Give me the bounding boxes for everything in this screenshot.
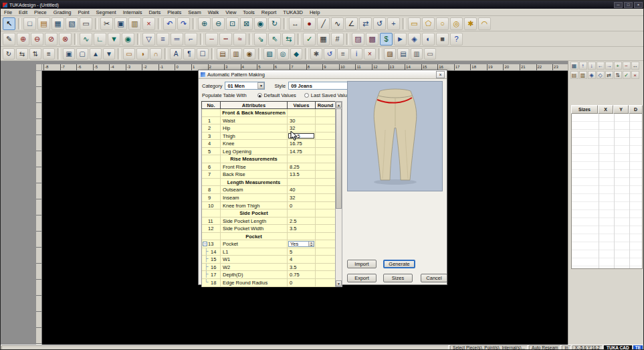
piece-list-icon[interactable]: ▦ [317,33,330,46]
send-back-icon[interactable]: ▼ [103,48,115,60]
label-tool-icon[interactable]: ¶ [183,48,195,60]
redraw-icon[interactable]: ↻ [268,17,281,30]
flip-horizontal-icon[interactable]: ⇆ [16,48,28,60]
row-round-cell[interactable] [316,217,335,226]
fabric-icon[interactable]: ▨ [352,33,364,46]
row-round-cell[interactable] [316,202,335,210]
add-point-icon[interactable]: ⊕ [17,33,29,46]
nest-sizes-icon[interactable]: ▤ [570,71,578,79]
notch-icon[interactable]: ▼ [108,33,120,46]
category-select[interactable]: 01 Men ▼ [225,82,265,90]
menu-help[interactable]: Help [306,9,323,16]
smooth-icon[interactable]: ∿ [80,33,92,46]
row-round-cell[interactable] [316,209,335,217]
style-select[interactable]: 09 Jeans ▼ [288,82,355,90]
line-tool-icon[interactable]: ╱ [317,17,330,30]
grade-down-icon[interactable]: ↓ [588,62,596,70]
texture-icon[interactable]: ▩ [366,33,379,46]
menu-darts[interactable]: Darts [145,9,164,16]
digitize-icon[interactable]: ◉ [243,48,255,60]
row-round-cell[interactable] [316,163,335,171]
value-dropdown[interactable]: Yes▴▾ [288,241,314,247]
print-pieces-icon[interactable]: ▭ [424,48,436,60]
flip-grade-icon[interactable]: ⇅ [614,71,622,79]
redo-icon[interactable]: ↷ [177,17,190,30]
send-3d-icon[interactable]: ► [394,33,407,46]
check-measure-icon[interactable]: ✓ [303,33,316,46]
concentric-circles-shape-icon[interactable]: ◎ [450,17,463,30]
size-list-icon[interactable]: ▥ [579,71,587,79]
undo-icon[interactable]: ↶ [163,17,176,30]
row-value-cell[interactable] [288,209,316,217]
menu-segment[interactable]: Segment [93,9,120,16]
stretch-icon[interactable]: ⇖ [268,33,281,46]
note-tool-icon[interactable]: ☐ [197,48,209,60]
export-button[interactable]: Export [347,274,377,282]
arc-shape-icon[interactable]: ◠ [478,17,491,30]
row-value-cell[interactable]: 13.5 [288,171,316,179]
scan-icon[interactable]: ▥ [230,48,242,60]
tree-collapse-icon[interactable]: − [203,242,207,246]
layers-icon[interactable]: ▧ [263,48,276,60]
status-unit[interactable]: in [562,345,570,350]
drill-hole-icon[interactable]: ◉ [122,33,134,46]
nest-icon[interactable]: ▨ [384,48,396,60]
new-icon[interactable]: □ [23,17,36,30]
generate-button[interactable]: Generate [383,260,415,268]
visibility-icon[interactable]: ◎ [277,48,289,60]
row-value-cell[interactable]: 5 [288,248,316,256]
angle-tool-icon[interactable]: ∠ [345,17,358,30]
row-round-cell[interactable] [316,194,335,202]
plot-icon[interactable]: ▤ [217,48,229,60]
dialog-close-button[interactable]: × [436,71,445,78]
row-value-cell[interactable]: 40 [288,186,316,194]
curve-tool-icon[interactable]: ∿ [331,17,344,30]
align-pieces-icon[interactable]: ≡ [43,48,55,60]
add-size-icon[interactable]: + [614,62,622,70]
row-value-cell[interactable]: 14.75 [288,148,316,156]
walk-pieces-icon[interactable]: ⇆ [282,33,295,46]
group-icon[interactable]: ▣ [63,48,75,60]
menu-tools[interactable]: Tools [239,9,258,16]
row-round-cell[interactable] [316,248,335,256]
seam-icon[interactable]: ═ [171,33,183,46]
cut-icon[interactable]: ✂ [100,17,113,30]
grade-up-icon[interactable]: ↑ [579,62,587,70]
menu-view[interactable]: View [222,9,239,16]
zoom-point-icon[interactable]: ◉ [254,17,267,30]
menu-edit[interactable]: Edit [15,9,31,16]
size-table-icon[interactable]: ▦ [570,62,578,70]
row-value-cell[interactable]: 0 [288,279,316,287]
menu-tuka3d[interactable]: TUKA3D [280,9,306,16]
lock-icon[interactable]: ■ [436,33,449,46]
row-round-cell[interactable] [316,133,335,141]
menu-walk[interactable]: Walk [205,9,222,16]
status-mode[interactable]: Auto Reseam [529,345,560,350]
mirror-tool-icon[interactable]: ⇄ [359,17,372,30]
corner-icon[interactable]: ∟ [94,33,106,46]
view-3d-icon[interactable]: ◈ [408,33,421,46]
clear-grade-icon[interactable]: × [631,71,639,79]
fold-icon[interactable]: ⌐ [185,33,197,46]
row-value-cell[interactable]: Yes▴▾ [288,240,316,248]
grade-rule-icon[interactable]: ◈ [588,71,596,79]
pentagon-shape-icon[interactable]: ⬠ [422,17,435,30]
menu-file[interactable]: File [1,9,15,16]
rectangle-shape-icon[interactable]: ▭ [408,17,421,30]
menu-seam[interactable]: Seam [185,9,205,16]
measure-icon[interactable]: ↔ [289,17,302,30]
chevron-down-icon[interactable]: ▼ [257,82,264,89]
row-round-cell[interactable] [316,117,335,125]
row-value-cell[interactable] [288,179,316,187]
remove-size-icon[interactable]: − [623,62,631,70]
grade-left-icon[interactable]: ← [597,62,605,70]
swap-xy-icon[interactable]: ⇄ [605,71,613,79]
row-round-cell[interactable] [316,279,335,287]
move-tool-icon[interactable]: + [387,17,400,30]
row-round-cell[interactable] [316,256,335,264]
delete-icon[interactable]: × [142,17,155,30]
row-value-cell[interactable]: 2.5 [288,217,316,226]
apply-grade-icon[interactable]: ✓ [623,71,631,79]
zoom-fit-icon[interactable]: ⊠ [240,17,253,30]
spiral-shape-icon[interactable]: ✱ [464,17,477,30]
